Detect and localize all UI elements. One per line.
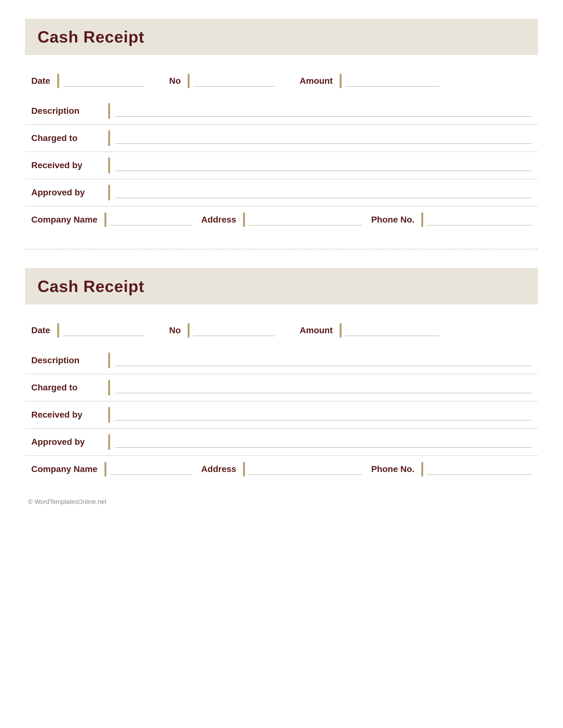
- company-name-field-1: Company Name: [31, 213, 192, 227]
- received-by-label-1: Received by: [31, 160, 103, 170]
- approved-by-row-2: Approved by: [25, 429, 538, 456]
- charged-to-row-1: Charged to: [25, 125, 538, 152]
- no-field-2: No: [169, 323, 274, 338]
- description-input-2[interactable]: [115, 355, 532, 366]
- amount-input-2[interactable]: [345, 325, 439, 336]
- charged-to-row-2: Charged to: [25, 374, 538, 401]
- description-separator-2: [108, 353, 110, 368]
- phone-field-2: Phone No.: [371, 462, 532, 476]
- date-input-2[interactable]: [63, 325, 144, 336]
- company-sep-2: [104, 462, 106, 476]
- top-row-1: Date No Amount: [25, 68, 538, 88]
- company-name-field-2: Company Name: [31, 462, 192, 476]
- phone-sep-2: [421, 462, 423, 476]
- date-field-1: Date: [31, 74, 144, 88]
- amount-field-2: Amount: [300, 323, 439, 338]
- page-wrapper: Cash Receipt Date No Amount Description: [25, 19, 538, 505]
- approved-by-label-1: Approved by: [31, 188, 103, 198]
- amount-label-2: Amount: [300, 325, 333, 335]
- address-sep-2: [243, 462, 245, 476]
- received-by-separator-2: [108, 407, 110, 423]
- no-label-2: No: [169, 325, 181, 335]
- description-row-2: Description: [25, 347, 538, 374]
- address-field-1: Address: [201, 213, 362, 227]
- amount-field-1: Amount: [300, 74, 439, 88]
- company-name-label-2: Company Name: [31, 464, 98, 474]
- received-by-label-2: Received by: [31, 410, 103, 420]
- receipt-title-1: Cash Receipt: [38, 28, 144, 46]
- date-label-2: Date: [31, 325, 50, 335]
- amount-separator-1: [340, 74, 342, 88]
- phone-label-1: Phone No.: [371, 215, 415, 225]
- description-label-2: Description: [31, 355, 103, 365]
- footer: © WordTemplatesOnline.net: [25, 498, 538, 505]
- phone-label-2: Phone No.: [371, 464, 415, 474]
- date-input-1[interactable]: [63, 75, 144, 87]
- company-row-2: Company Name Address Phone No.: [25, 456, 538, 479]
- receipt-header-1: Cash Receipt: [25, 19, 538, 55]
- receipt-title-2: Cash Receipt: [38, 277, 144, 295]
- address-label-1: Address: [201, 215, 236, 225]
- received-by-row-1: Received by: [25, 152, 538, 179]
- top-row-2: Date No Amount: [25, 317, 538, 338]
- charged-to-label-2: Charged to: [31, 383, 103, 393]
- footer-text: © WordTemplatesOnline.net: [28, 498, 106, 505]
- receipt-header-2: Cash Receipt: [25, 268, 538, 304]
- address-input-1[interactable]: [249, 214, 362, 225]
- receipt-1: Cash Receipt Date No Amount Description: [25, 19, 538, 230]
- address-label-2: Address: [201, 464, 236, 474]
- no-input-1[interactable]: [193, 75, 274, 87]
- company-name-input-1[interactable]: [110, 214, 192, 225]
- no-separator-2: [188, 323, 189, 338]
- no-input-2[interactable]: [193, 325, 274, 336]
- no-separator-1: [188, 74, 189, 88]
- phone-input-2[interactable]: [427, 464, 532, 475]
- address-sep-1: [243, 213, 245, 227]
- no-label-1: No: [169, 76, 181, 86]
- divider: [25, 249, 538, 249]
- charged-to-separator-2: [108, 380, 110, 395]
- charged-to-separator-1: [108, 130, 110, 146]
- date-field-2: Date: [31, 323, 144, 338]
- company-name-label-1: Company Name: [31, 215, 98, 225]
- phone-input-1[interactable]: [427, 214, 532, 225]
- received-by-input-2[interactable]: [115, 409, 532, 420]
- date-separator-1: [57, 74, 59, 88]
- received-by-row-2: Received by: [25, 401, 538, 429]
- approved-by-separator-2: [108, 434, 110, 450]
- charged-to-label-1: Charged to: [31, 133, 103, 143]
- description-label-1: Description: [31, 106, 103, 116]
- date-label-1: Date: [31, 76, 50, 86]
- description-separator-1: [108, 103, 110, 119]
- company-sep-1: [104, 213, 106, 227]
- received-by-input-1[interactable]: [115, 160, 532, 171]
- company-row-1: Company Name Address Phone No.: [25, 206, 538, 230]
- approved-by-input-1[interactable]: [115, 187, 532, 198]
- address-input-2[interactable]: [249, 464, 362, 475]
- company-name-input-2[interactable]: [110, 464, 192, 475]
- approved-by-input-2[interactable]: [115, 436, 532, 448]
- description-row-1: Description: [25, 98, 538, 125]
- received-by-separator-1: [108, 158, 110, 173]
- date-separator-2: [57, 323, 59, 338]
- amount-separator-2: [340, 323, 342, 338]
- address-field-2: Address: [201, 462, 362, 476]
- amount-input-1[interactable]: [345, 75, 439, 87]
- description-input-1[interactable]: [115, 105, 532, 117]
- approved-by-label-2: Approved by: [31, 437, 103, 447]
- receipt-2: Cash Receipt Date No Amount Description: [25, 268, 538, 479]
- phone-field-1: Phone No.: [371, 213, 532, 227]
- charged-to-input-1[interactable]: [115, 133, 532, 144]
- approved-by-row-1: Approved by: [25, 179, 538, 206]
- charged-to-input-2[interactable]: [115, 382, 532, 393]
- amount-label-1: Amount: [300, 76, 333, 86]
- phone-sep-1: [421, 213, 423, 227]
- approved-by-separator-1: [108, 185, 110, 200]
- no-field-1: No: [169, 74, 274, 88]
